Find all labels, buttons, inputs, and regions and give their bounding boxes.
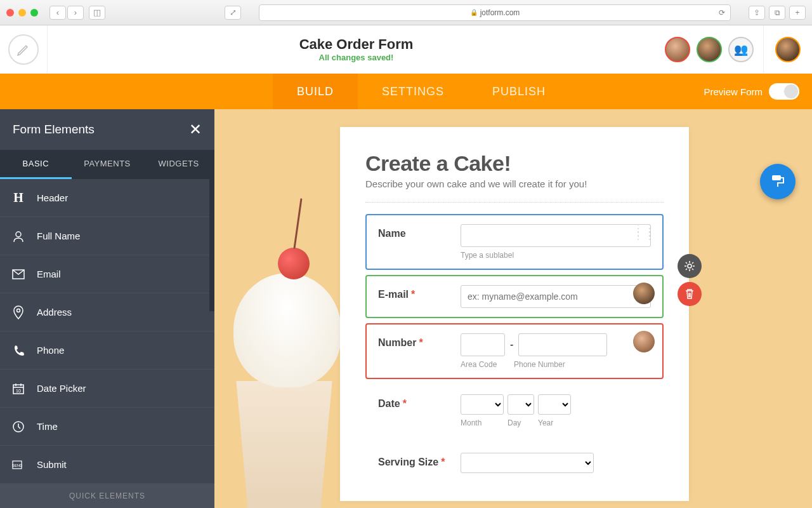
field-number[interactable]: Number* - Area Code Phone Number	[365, 323, 664, 379]
year-select[interactable]	[538, 394, 571, 415]
svg-point-0	[16, 232, 21, 237]
forward-button[interactable]: ›	[67, 6, 84, 20]
svg-point-8	[688, 264, 691, 268]
clock-icon	[0, 420, 37, 433]
field-label: Serving Size*	[378, 453, 448, 468]
sidebar-tab-widgets[interactable]: WIDGETS	[143, 150, 214, 179]
sidebar-toggle-icon[interactable]: ◫	[89, 6, 105, 20]
drag-handle-icon[interactable]: ⋮⋮⋮⋮⋮⋮	[633, 227, 656, 238]
area-code-input[interactable]	[461, 333, 505, 356]
new-tab-icon[interactable]: +	[789, 6, 806, 20]
phone-number-input[interactable]	[518, 333, 607, 356]
email-input[interactable]	[461, 285, 651, 308]
field-label: Date*	[378, 394, 448, 410]
share-icon[interactable]: ⇪	[749, 6, 765, 20]
collaborator-avatar[interactable]	[697, 37, 722, 62]
divider	[365, 202, 664, 203]
delete-field-button[interactable]	[678, 282, 702, 306]
form-designer-button[interactable]	[760, 164, 796, 199]
address-bar[interactable]: 🔒 jotform.com ⟳	[259, 4, 731, 21]
close-sidebar-icon[interactable]: ✕	[189, 121, 202, 138]
form-elements-sidebar: Form Elements ✕ BASIC PAYMENTS WIDGETS H…	[0, 109, 214, 508]
back-button[interactable]: ‹	[49, 6, 66, 20]
preview-label: Preview Form	[704, 86, 763, 97]
field-settings-button[interactable]	[678, 254, 702, 278]
send-icon: SEND	[0, 460, 37, 469]
sidebar-title: Form Elements	[13, 123, 95, 137]
save-status: All changes saved!	[48, 53, 665, 62]
app-header: Cake Order Form All changes saved! 👥	[0, 25, 812, 74]
tab-settings[interactable]: SETTINGS	[358, 74, 468, 109]
location-icon	[0, 305, 37, 319]
form-canvas: Create a Cake! Describe your own cake an…	[214, 109, 812, 508]
svg-text:10: 10	[16, 389, 21, 393]
element-date-picker[interactable]: 10Date Picker	[0, 370, 214, 408]
add-collaborator-button[interactable]: 👥	[728, 37, 754, 62]
sidebar-tab-basic[interactable]: BASIC	[0, 150, 72, 179]
serving-size-select[interactable]	[461, 453, 594, 473]
element-header[interactable]: HHeader	[0, 179, 214, 217]
collaborators: 👥	[665, 37, 763, 62]
editing-user-avatar	[633, 283, 655, 304]
tab-publish[interactable]: PUBLISH	[468, 74, 570, 109]
preview-form-toggle[interactable]: Preview Form	[704, 83, 799, 100]
toggle-switch[interactable]	[769, 83, 799, 100]
app-logo[interactable]	[0, 25, 48, 74]
svg-text:SEND: SEND	[12, 464, 23, 467]
form-heading: Create a Cake!	[365, 151, 664, 176]
element-full-name[interactable]: Full Name	[0, 217, 214, 255]
envelope-icon	[0, 269, 37, 279]
element-email[interactable]: Email	[0, 255, 214, 293]
month-select[interactable]	[461, 394, 504, 415]
element-submit[interactable]: SENDSubmit	[0, 446, 214, 484]
url-text: jotform.com	[480, 8, 520, 17]
reload-icon[interactable]: ⟳	[719, 8, 725, 17]
pencil-icon	[16, 42, 31, 57]
element-phone[interactable]: Phone	[0, 331, 214, 370]
field-label: Name	[378, 224, 448, 239]
lock-icon: 🔒	[470, 9, 478, 16]
cupcake-image	[214, 241, 348, 508]
tabs-icon[interactable]: ⧉	[769, 6, 785, 20]
calendar-icon: 10	[0, 383, 37, 394]
element-time[interactable]: Time	[0, 408, 214, 446]
window-controls	[6, 9, 38, 17]
header-icon: H	[0, 190, 37, 205]
field-serving-size[interactable]: Serving Size*	[365, 443, 664, 483]
maximize-window-icon[interactable]	[30, 9, 38, 17]
main-tabbar: BUILD SETTINGS PUBLISH Preview Form	[0, 74, 812, 109]
reader-icon[interactable]: ⤢	[225, 6, 241, 20]
field-label: Number*	[378, 333, 448, 349]
minimize-window-icon[interactable]	[18, 9, 26, 17]
sublabel: Phone Number	[514, 360, 565, 369]
sublabel: Month	[461, 418, 504, 427]
svg-rect-9	[772, 175, 781, 180]
element-address[interactable]: Address	[0, 293, 214, 331]
field-name[interactable]: Name Type a sublabel ⋮⋮⋮⋮⋮⋮	[365, 214, 664, 270]
close-window-icon[interactable]	[6, 9, 14, 17]
person-icon	[0, 230, 37, 243]
field-email[interactable]: E-mail*	[365, 275, 664, 318]
trash-icon	[684, 288, 695, 300]
collaborator-avatar[interactable]	[665, 37, 690, 62]
browser-chrome: ‹ › ◫ ⤢ 🔒 jotform.com ⟳ ⇪ ⧉ +	[0, 0, 812, 25]
sublabel: Day	[508, 418, 534, 427]
sublabel-text[interactable]: Type a sublabel	[461, 251, 651, 260]
form-subheading: Describe your own cake and we will creat…	[365, 178, 664, 189]
svg-point-2	[17, 309, 20, 312]
field-date[interactable]: Date* Month Day Year	[365, 384, 664, 438]
form-title: Cake Order Form	[48, 36, 665, 53]
sidebar-tab-payments[interactable]: PAYMENTS	[72, 150, 143, 179]
dash: -	[510, 339, 513, 351]
editing-user-avatar	[633, 331, 655, 352]
sublabel: Year	[538, 418, 553, 427]
gear-icon	[684, 260, 695, 272]
day-select[interactable]	[508, 394, 534, 415]
name-input[interactable]	[461, 224, 651, 247]
field-label: E-mail*	[378, 285, 448, 300]
phone-icon	[0, 345, 37, 356]
form-preview: Create a Cake! Describe your own cake an…	[340, 127, 689, 501]
profile-avatar[interactable]	[775, 37, 801, 62]
tab-build[interactable]: BUILD	[273, 74, 358, 109]
quick-elements-header: QUICK ELEMENTS	[0, 484, 214, 508]
